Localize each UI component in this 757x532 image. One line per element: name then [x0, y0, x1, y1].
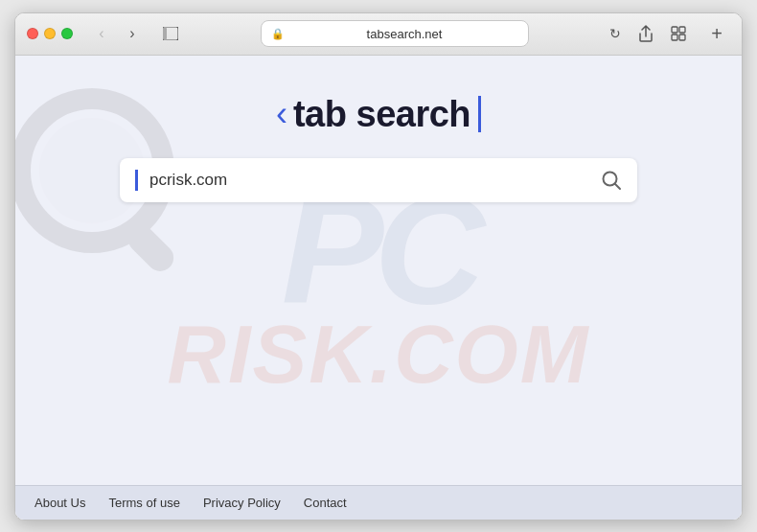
title-bar: ‹ › 🔒 tabsearch.net ↻	[15, 13, 742, 56]
back-button[interactable]: ‹	[88, 23, 115, 44]
search-input-cursor	[135, 170, 138, 191]
close-button[interactable]	[27, 28, 38, 39]
url-text: tabsearch.net	[290, 27, 518, 41]
svg-rect-2	[672, 27, 677, 33]
reload-button[interactable]: ↻	[606, 26, 625, 41]
browser-window: ‹ › 🔒 tabsearch.net ↻	[14, 12, 743, 520]
forward-button[interactable]: ›	[119, 23, 146, 44]
tab-overview-button[interactable]	[665, 20, 692, 47]
footer: About Us Terms of use Privacy Policy Con…	[15, 485, 742, 520]
footer-link-contact[interactable]: Contact	[304, 496, 347, 510]
address-bar-container: 🔒 tabsearch.net	[192, 20, 598, 47]
main-area: ‹ tab search pcrisk.com	[15, 56, 742, 202]
nav-buttons: ‹ ›	[88, 23, 146, 44]
search-box[interactable]: pcrisk.com	[120, 158, 637, 202]
logo-text: tab search	[293, 94, 470, 135]
logo-chevron-icon: ‹	[276, 94, 287, 134]
footer-link-about-us[interactable]: About Us	[34, 496, 85, 510]
share-button[interactable]	[632, 20, 659, 47]
address-bar[interactable]: 🔒 tabsearch.net	[261, 20, 529, 47]
svg-line-10	[615, 183, 621, 189]
svg-rect-4	[672, 35, 677, 40]
footer-link-privacy[interactable]: Privacy Policy	[203, 496, 281, 510]
page-content: PC RISK.COM ‹ tab search pcrisk.com	[15, 56, 742, 520]
lock-icon: 🔒	[271, 28, 285, 40]
minimize-button[interactable]	[44, 28, 56, 39]
search-value: pcrisk.com	[149, 171, 589, 190]
sidebar-toggle-button[interactable]	[157, 23, 184, 44]
svg-rect-1	[163, 27, 167, 40]
watermark-risk-text: RISK.COM	[168, 308, 590, 402]
logo-cursor	[478, 96, 481, 132]
svg-rect-3	[679, 27, 685, 33]
svg-rect-5	[679, 35, 685, 40]
search-button[interactable]	[601, 170, 622, 191]
maximize-button[interactable]	[61, 28, 73, 39]
new-tab-button[interactable]: +	[703, 20, 730, 47]
logo-area: ‹ tab search	[276, 94, 481, 135]
svg-rect-8	[123, 220, 179, 277]
toolbar-right	[632, 20, 692, 47]
traffic-lights	[27, 28, 73, 39]
footer-link-terms[interactable]: Terms of use	[108, 496, 179, 510]
